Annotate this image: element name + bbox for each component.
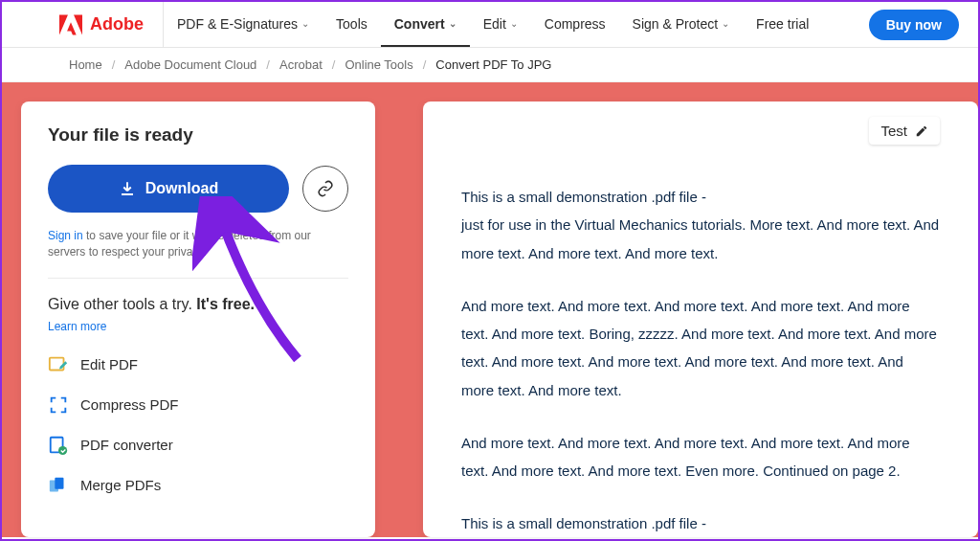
nav-edit[interactable]: Edit⌄ xyxy=(470,2,531,47)
buy-now-button[interactable]: Buy now xyxy=(869,10,959,40)
preview-panel: Test This is a small demonstration .pdf … xyxy=(423,101,978,537)
brand[interactable]: Adobe xyxy=(59,2,164,47)
crumb-current: Convert PDF To JPG xyxy=(435,57,551,72)
tool-list: Edit PDF Compress PDF PDF converter Merg… xyxy=(48,354,348,496)
svg-rect-4 xyxy=(55,477,63,488)
doc-para: And more text. And more text. And more t… xyxy=(461,429,940,485)
doc-para: This is a small demonstration .pdf file … xyxy=(461,509,940,541)
signin-link[interactable]: Sign in xyxy=(48,229,83,242)
tool-merge-pdfs[interactable]: Merge PDFs xyxy=(48,475,348,496)
download-icon xyxy=(119,180,136,197)
tool-pdf-converter[interactable]: PDF converter xyxy=(48,435,348,456)
breadcrumb: Home/ Adobe Document Cloud/ Acrobat/ Onl… xyxy=(2,48,978,82)
chevron-down-icon: ⌄ xyxy=(301,18,309,29)
svg-point-2 xyxy=(58,446,67,455)
nav-pdf-esign[interactable]: PDF & E-Signatures⌄ xyxy=(164,2,323,47)
pdf-converter-icon xyxy=(48,435,69,456)
merge-pdfs-icon xyxy=(48,475,69,496)
main-area: Your file is ready Download Sign in to s… xyxy=(2,82,978,537)
top-nav: Adobe PDF & E-Signatures⌄ Tools Convert⌄… xyxy=(2,2,978,48)
filename-edit[interactable]: Test xyxy=(869,117,940,145)
link-icon xyxy=(317,180,334,197)
download-button[interactable]: Download xyxy=(48,165,289,213)
nav-convert[interactable]: Convert⌄ xyxy=(381,2,470,47)
chevron-down-icon: ⌄ xyxy=(722,18,729,29)
crumb-acrobat[interactable]: Acrobat xyxy=(279,57,323,72)
nav-tools[interactable]: Tools xyxy=(323,2,381,47)
doc-para: And more text. And more text. And more t… xyxy=(461,292,940,404)
nav-sign-protect[interactable]: Sign & Protect⌄ xyxy=(619,2,744,47)
crumb-doc-cloud[interactable]: Adobe Document Cloud xyxy=(124,57,256,72)
tool-compress-pdf[interactable]: Compress PDF xyxy=(48,394,348,416)
ready-title: Your file is ready xyxy=(48,124,348,146)
chevron-down-icon: ⌄ xyxy=(510,18,518,29)
nav-menu: PDF & E-Signatures⌄ Tools Convert⌄ Edit⌄… xyxy=(164,2,822,47)
ready-panel: Your file is ready Download Sign in to s… xyxy=(21,101,375,537)
tool-edit-pdf[interactable]: Edit PDF xyxy=(48,354,348,375)
compress-pdf-icon xyxy=(48,394,69,416)
crumb-online-tools[interactable]: Online Tools xyxy=(345,57,412,72)
crumb-home[interactable]: Home xyxy=(69,57,102,72)
brand-name: Adobe xyxy=(90,14,144,34)
adobe-logo-icon xyxy=(59,14,82,35)
privacy-note: Sign in to save your file or it will be … xyxy=(48,228,348,279)
copy-link-button[interactable] xyxy=(302,166,348,212)
learn-more-link[interactable]: Learn more xyxy=(48,320,106,333)
nav-compress[interactable]: Compress xyxy=(531,2,619,47)
chevron-down-icon: ⌄ xyxy=(449,18,457,29)
edit-pdf-icon xyxy=(48,354,69,375)
pencil-icon xyxy=(915,124,928,138)
other-tools-heading: Give other tools a try. It's free. xyxy=(48,296,348,313)
document-preview: This is a small demonstration .pdf file … xyxy=(461,183,940,541)
nav-free-trial[interactable]: Free trial xyxy=(743,2,822,47)
doc-para: This is a small demonstration .pdf file … xyxy=(461,183,940,267)
